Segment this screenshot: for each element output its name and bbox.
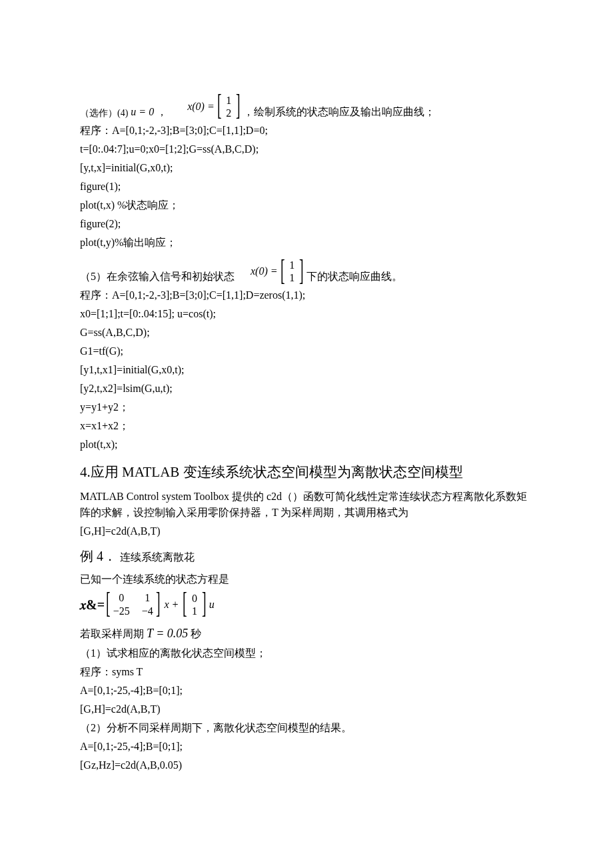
- code-5-6: y=y1+y2；: [80, 399, 533, 415]
- eq-tail: u: [209, 597, 215, 613]
- task-2: A=[0,1;-25,-4];B=[0;1];: [80, 683, 533, 699]
- code-4-3: figure(1);: [80, 179, 533, 195]
- A-values: 0 1 −25 −4: [113, 591, 153, 618]
- code-4-1: t=[0:.04:7];u=0;x0=[1;2];G=ss(A,B,C,D);: [80, 141, 533, 157]
- matrix-A: [ 0 1 −25 −4 ]: [103, 591, 163, 618]
- task-1: 程序：syms T: [80, 664, 533, 680]
- period-pre: 若取采样周期: [80, 628, 144, 639]
- B1: 1: [190, 605, 199, 617]
- v5-1: 1: [287, 271, 297, 284]
- A-rbracket: ]: [156, 590, 161, 617]
- code-5-0: 程序：A=[0,1;-2,-3];B=[3;0];C=[1,1];D=zeros…: [80, 287, 533, 303]
- A10: −25: [113, 605, 130, 618]
- problem-4-header: （选作）(4) u = 0 ， x(0) = [ 1 2 ] ，绘制系统的状态响…: [80, 93, 533, 120]
- known-statement: 已知一个连续系统的状态方程是: [80, 571, 533, 587]
- B-rbracket: ]: [202, 590, 207, 617]
- code-5-5: [y2,t,x2]=lsim(G,u,t);: [80, 381, 533, 397]
- heading-para-0: MATLAB Control system Toolbox 提供的 c2d（）函…: [80, 489, 533, 521]
- x0-vector-5: x(0) = [ 1 1 ]: [251, 259, 306, 285]
- task-3: [G,H]=c2d(A,B,T): [80, 701, 533, 717]
- bracket-left-5: [: [281, 257, 285, 284]
- code-5-8: plot(t,x);: [80, 437, 533, 453]
- code-5-2: G=ss(A,B,C,D);: [80, 325, 533, 341]
- problem-5-prefix: （5）在余弦输入信号和初始状态: [80, 269, 235, 285]
- period-suf: 秒: [191, 628, 201, 639]
- comma-1: ，: [157, 104, 167, 120]
- x0-lhs-5: x(0) =: [251, 263, 278, 279]
- heading-para-1: [G,H]=c2d(A,B,T): [80, 523, 533, 539]
- code-5-4: [y1,t,x1]=initial(G,x0,t);: [80, 362, 533, 378]
- x0-vector-4: x(0) = [ 1 2 ]: [187, 93, 243, 120]
- x0-lhs-4: x(0) =: [187, 99, 215, 115]
- A01: 1: [142, 591, 153, 605]
- eq-mid: x +: [164, 597, 179, 613]
- xdot-label: 𝑥&=: [80, 595, 105, 615]
- example-label: 例 4．: [80, 549, 117, 563]
- example-4-title: 例 4． 连续系统离散花: [80, 546, 533, 566]
- example-subtitle: 连续系统离散花: [120, 551, 195, 563]
- period-expr: T = 0.05: [147, 627, 188, 640]
- problem-5-header: （5）在余弦输入信号和初始状态 x(0) = [ 1 1 ] 下的状态响应曲线。: [80, 259, 533, 285]
- vector-values-4: 1 2: [224, 94, 233, 119]
- section-4-heading: 4.应用 MATLAB 变连续系统状态空间模型为离散状态空间模型: [80, 462, 533, 483]
- A00: 0: [113, 591, 130, 605]
- state-equation: 𝑥&= [ 0 1 −25 −4 ] x + [ 0 1 ] u: [80, 591, 533, 618]
- code-5-3: G1=tf(G);: [80, 343, 533, 359]
- v4-1: 2: [224, 107, 233, 119]
- v5-0: 1: [287, 259, 297, 271]
- task-6: [Gz,Hz]=c2d(A,B,0.05): [80, 757, 533, 773]
- code-4-0: 程序：A=[0,1;-2,-3];B=[3;0];C=[1,1];D=0;: [80, 123, 533, 139]
- task-0: （1）试求相应的离散化状态空间模型；: [80, 645, 533, 661]
- A11: −4: [142, 605, 153, 618]
- vector-values-5: 1 1: [287, 259, 297, 284]
- code-4-6: plot(t,y)%输出响应；: [80, 235, 533, 251]
- bracket-left: [: [217, 92, 222, 119]
- code-4-4: plot(t,x) %状态响应；: [80, 197, 533, 213]
- code-5-1: x0=[1;1];t=[0:.04:15]; u=cos(t);: [80, 306, 533, 322]
- document-page: （选作）(4) u = 0 ， x(0) = [ 1 2 ] ，绘制系统的状态响…: [0, 0, 613, 843]
- problem-4-prefix: （选作）(4): [80, 106, 128, 120]
- u-equals-zero: u = 0: [131, 104, 154, 120]
- B-lbracket: [: [183, 590, 187, 617]
- bracket-right: ]: [236, 92, 241, 119]
- task-4: （2）分析不同采样周期下，离散化状态空间模型的结果。: [80, 720, 533, 736]
- code-4-5: figure(2);: [80, 216, 533, 232]
- v4-0: 1: [224, 94, 233, 107]
- sampling-period: 若取采样周期 T = 0.05 秒: [80, 625, 533, 643]
- matrix-B: [ 0 1 ]: [180, 591, 209, 618]
- A-lbracket: [: [106, 590, 111, 617]
- B-values: 0 1: [190, 592, 199, 617]
- bracket-right-5: ]: [299, 257, 304, 284]
- code-4-2: [y,t,x]=initial(G,x0,t);: [80, 160, 533, 176]
- B0: 0: [190, 592, 199, 605]
- code-5-7: x=x1+x2；: [80, 418, 533, 434]
- problem-5-suffix: 下的状态响应曲线。: [306, 269, 402, 285]
- problem-4-suffix: ，绘制系统的状态响应及输出响应曲线；: [243, 104, 435, 120]
- task-5: A=[0,1;-25,-4];B=[0;1];: [80, 739, 533, 755]
